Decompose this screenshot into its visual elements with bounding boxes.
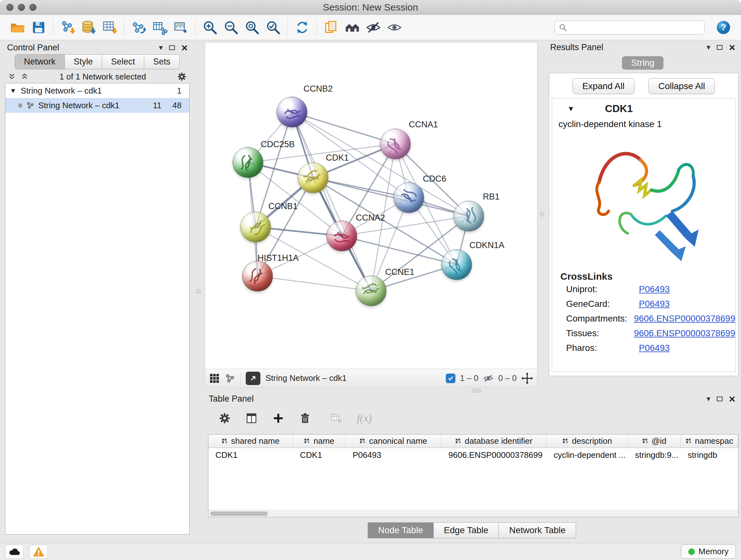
- tab-network[interactable]: Network: [15, 54, 65, 69]
- column-header[interactable]: shared name: [208, 435, 293, 448]
- network-node-ccnb1[interactable]: [240, 212, 271, 242]
- network-node-rb1[interactable]: [454, 201, 484, 232]
- network-canvas[interactable]: CCNB2CCNA1CDC25BCDK1CDC6RB1CCNB1CCNA2CDK…: [205, 42, 537, 369]
- new-network-button[interactable]: [128, 17, 149, 38]
- table-options-gear-icon[interactable]: [218, 412, 231, 425]
- network-options-gear-icon[interactable]: [177, 71, 187, 82]
- import-network-from-database-button[interactable]: [78, 17, 99, 38]
- panel-collapse-icon[interactable]: ▾: [159, 43, 163, 52]
- chevrons-up-icon[interactable]: [20, 72, 29, 81]
- zoom-selected-button[interactable]: [263, 17, 284, 38]
- table-horizontal-scrollbar[interactable]: [208, 510, 738, 517]
- column-header[interactable]: namespac: [681, 435, 738, 448]
- right-splitter-handle[interactable]: [540, 212, 544, 216]
- tab-select[interactable]: Select: [102, 54, 144, 69]
- refresh-view-button[interactable]: [292, 17, 313, 38]
- birdseye-grid-icon[interactable]: [209, 373, 220, 384]
- results-collapse-icon[interactable]: ▾: [706, 43, 711, 52]
- uniprot-link[interactable]: P06493: [639, 284, 670, 294]
- column-header[interactable]: @id: [628, 435, 681, 448]
- tab-node-table[interactable]: Node Table: [367, 522, 434, 538]
- pharos-link[interactable]: P06493: [639, 343, 670, 353]
- memory-button[interactable]: Memory: [681, 544, 736, 559]
- hidden-eye-slash-icon: [483, 373, 494, 384]
- save-session-button[interactable]: [28, 17, 49, 38]
- column-header[interactable]: database identifier: [441, 435, 547, 448]
- search-input[interactable]: [570, 22, 700, 33]
- results-float-icon[interactable]: [717, 45, 723, 50]
- import-network-from-file-button[interactable]: [57, 17, 78, 38]
- tab-network-table[interactable]: Network Table: [498, 522, 576, 538]
- pan-crosshair-icon[interactable]: [521, 372, 533, 384]
- clone-network-button[interactable]: [321, 17, 342, 38]
- zoom-in-button[interactable]: [199, 17, 220, 38]
- column-sort-icon: [221, 438, 228, 444]
- network-row-selected[interactable]: String Network – cdk1 11 48: [5, 98, 189, 113]
- open-session-button[interactable]: [7, 17, 28, 38]
- collapse-all-button[interactable]: Collapse All: [649, 78, 715, 94]
- tab-sets[interactable]: Sets: [144, 54, 180, 69]
- compartments-link[interactable]: 9606.ENSP00000378699: [634, 314, 735, 324]
- column-header[interactable]: canonical name: [346, 435, 441, 448]
- column-sort-icon: [685, 438, 692, 444]
- network-node-ccna2[interactable]: [327, 221, 357, 251]
- network-node-ccne1[interactable]: [356, 275, 387, 306]
- expand-all-button[interactable]: Expand All: [572, 78, 634, 94]
- panel-float-icon[interactable]: [169, 45, 175, 50]
- left-splitter-handle[interactable]: [196, 289, 201, 294]
- save-icon: [31, 20, 46, 35]
- selected-checkbox-icon[interactable]: [446, 374, 455, 383]
- string-tab[interactable]: String: [622, 56, 663, 70]
- column-label: canonical name: [369, 436, 427, 446]
- tab-style[interactable]: Style: [64, 54, 102, 69]
- results-close-icon[interactable]: ×: [729, 44, 735, 51]
- graphics-details-button[interactable]: [342, 17, 363, 38]
- network-node-ccnb2[interactable]: [277, 97, 307, 127]
- tab-edge-table[interactable]: Edge Table: [433, 522, 499, 538]
- help-button[interactable]: ?: [713, 17, 734, 38]
- main-toolbar: ?: [0, 15, 741, 40]
- network-node-cdkn1a[interactable]: [441, 249, 472, 280]
- open-in-new-window-button[interactable]: [246, 372, 260, 385]
- table-row[interactable]: CDK1 CDK1 P06493 9606.ENSP00000378699 cy…: [208, 448, 738, 462]
- scrollbar-thumb[interactable]: [210, 511, 268, 516]
- table-panel: Table Panel ▾ ×: [203, 393, 741, 543]
- table-close-icon[interactable]: ×: [729, 395, 735, 402]
- chevrons-down-icon[interactable]: [8, 72, 16, 81]
- warnings-button[interactable]: [29, 545, 48, 559]
- hide-selected-button[interactable]: [363, 17, 384, 38]
- genecard-link[interactable]: P06493: [639, 299, 670, 309]
- network-node-hist1h1a[interactable]: [242, 261, 273, 292]
- column-header[interactable]: description: [547, 435, 628, 448]
- network-node-label: CCNA2: [356, 213, 385, 223]
- toolbar-search[interactable]: [555, 20, 704, 35]
- zoom-out-button[interactable]: [220, 17, 242, 38]
- collapse-triangle-icon[interactable]: ▼: [10, 87, 16, 95]
- network-node-cdc25b[interactable]: [232, 147, 263, 178]
- table-float-icon[interactable]: [717, 396, 723, 401]
- show-columns-icon[interactable]: [245, 412, 258, 425]
- tissues-link[interactable]: 9606.ENSP00000378699: [634, 328, 735, 338]
- network-overview-icon[interactable]: [225, 373, 235, 383]
- protein-structure-image: [580, 134, 708, 268]
- protein-collapse-triangle-icon[interactable]: ▼: [567, 105, 575, 113]
- network-node-ccna1[interactable]: [380, 129, 411, 159]
- import-table-from-file-button[interactable]: [99, 17, 120, 38]
- panel-close-icon[interactable]: ×: [181, 44, 188, 51]
- cloud-status-button[interactable]: [5, 545, 23, 559]
- export-image-button[interactable]: [171, 17, 192, 38]
- network-node-cdk1[interactable]: [298, 163, 328, 193]
- new-network-from-table-button[interactable]: [149, 17, 171, 38]
- zoom-fit-button[interactable]: [242, 17, 263, 38]
- protein-details-card: ▼ CDK1 cyclin-dependent kinase 1: [552, 98, 736, 372]
- bottom-splitter-handle[interactable]: [472, 389, 481, 392]
- delete-column-icon[interactable]: [299, 412, 312, 425]
- show-all-button[interactable]: [384, 17, 405, 38]
- status-bar: Memory: [0, 543, 741, 560]
- network-node-cdc6[interactable]: [394, 182, 424, 213]
- crosslink-row: Pharos: P06493: [552, 341, 735, 355]
- add-column-icon[interactable]: [272, 412, 285, 425]
- network-collection-row[interactable]: ▼ String Network – cdk1 1: [5, 83, 189, 98]
- column-header[interactable]: name: [293, 435, 346, 448]
- table-collapse-icon[interactable]: ▾: [706, 394, 711, 403]
